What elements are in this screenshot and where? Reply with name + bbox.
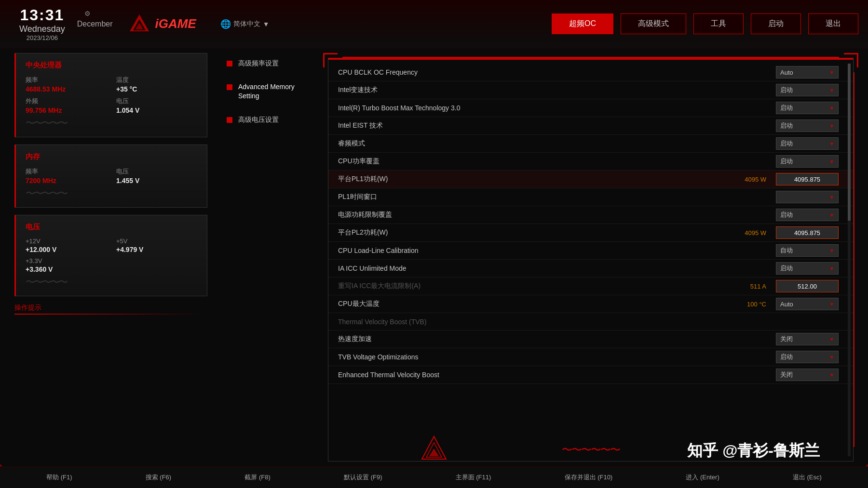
ops-section: 操作提示 xyxy=(14,303,207,315)
settings-row[interactable]: Intel(R) Turbo Boost Max Technology 3.0启… xyxy=(328,99,853,117)
sidebar-item-freq[interactable]: 高级频率设置 xyxy=(222,53,318,74)
ops-bar xyxy=(14,314,207,315)
row-control[interactable]: Auto▼ xyxy=(776,66,843,79)
settings-row[interactable]: Enhanced Thermal Velocity Boost关闭▼ xyxy=(328,366,853,384)
dropdown-control[interactable]: 启动▼ xyxy=(776,351,839,363)
clock-section: 13:31 Wednesday 2023/12/06 xyxy=(19,6,65,41)
row-control[interactable]: 启动▼ xyxy=(776,262,843,275)
row-control[interactable]: 启动▼ xyxy=(776,155,843,168)
settings-row[interactable]: IA ICC Unlimited Mode启动▼ xyxy=(328,260,853,277)
row-name: 平台PL2功耗(W) xyxy=(338,228,728,237)
row-control[interactable]: 512.00 xyxy=(776,280,843,292)
dropdown-control[interactable]: ▼ xyxy=(776,191,839,203)
settings-row[interactable]: CPU BCLK OC FrequencyAuto▼ xyxy=(328,64,853,81)
row-control[interactable]: 启动▼ xyxy=(776,84,843,96)
dropdown-control[interactable]: 启动▼ xyxy=(776,119,839,132)
settings-row[interactable]: 重写IA ICC最大电流限制(A)511 A512.00 xyxy=(328,277,853,295)
footer-enter[interactable]: 进入 (Enter) xyxy=(686,473,719,482)
settings-row[interactable]: 电源功耗限制覆盖启动▼ xyxy=(328,206,853,224)
nav-buttons: 超频OC 高级模式 工具 启动 退出 xyxy=(552,13,858,34)
row-control[interactable]: 启动▼ xyxy=(776,137,843,150)
dropdown-control[interactable]: 关闭▼ xyxy=(776,333,839,345)
sidebar-dot-memory xyxy=(227,84,232,90)
cpu-freq-group: 频率 4688.53 MHz xyxy=(26,76,107,93)
gear-icon: ⚙ xyxy=(84,10,91,17)
row-hint: 511 A xyxy=(728,283,766,290)
row-control[interactable]: 关闭▼ xyxy=(776,333,843,345)
dropdown-control[interactable]: Auto▼ xyxy=(776,66,839,79)
row-name: Intel EIST 技术 xyxy=(338,121,776,130)
footer-save-exit[interactable]: 保存并退出 (F10) xyxy=(565,473,613,482)
dropdown-control[interactable]: 启动▼ xyxy=(776,155,839,168)
nav-overclock-btn[interactable]: 超频OC xyxy=(552,13,613,34)
settings-row[interactable]: Intel EIST 技术启动▼ xyxy=(328,117,853,135)
dropdown-control[interactable]: 启动▼ xyxy=(776,262,839,275)
footer-screenshot[interactable]: 截屏 (F8) xyxy=(244,473,270,482)
settings-row[interactable]: Intel变速技术启动▼ xyxy=(328,81,853,99)
value-input[interactable]: 512.00 xyxy=(776,280,839,292)
dropdown-control[interactable]: Auto▼ xyxy=(776,298,839,310)
row-control[interactable]: ▼ xyxy=(776,191,843,203)
dropdown-control[interactable]: 启动▼ xyxy=(776,137,839,150)
settings-row[interactable]: 平台PL1功耗(W)4095 W4095.875 xyxy=(328,171,853,188)
row-name: Intel变速技术 xyxy=(338,86,776,94)
row-control[interactable]: 启动▼ xyxy=(776,209,843,221)
settings-row[interactable]: Thermal Velocity Boost (TVB) xyxy=(328,313,853,330)
row-control[interactable]: Auto▼ xyxy=(776,298,843,310)
settings-row[interactable]: CPU最大温度100 °CAuto▼ xyxy=(328,295,853,313)
settings-row[interactable]: 平台PL2功耗(W)4095 W4095.875 xyxy=(328,224,853,242)
dropdown-control[interactable]: 启动▼ xyxy=(776,209,839,221)
cpu-extfreq-value: 99.756 MHz xyxy=(26,106,107,114)
footer-search[interactable]: 搜索 (F6) xyxy=(146,473,171,482)
row-control[interactable]: 自动▼ xyxy=(776,244,843,257)
nav-start-btn[interactable]: 启动 xyxy=(751,13,801,34)
settings-row[interactable]: CPU功率覆盖启动▼ xyxy=(328,153,853,171)
dropdown-control[interactable]: 启动▼ xyxy=(776,102,839,114)
footer-main[interactable]: 主界面 (F11) xyxy=(456,473,491,482)
cpu-temp-label: 温度 xyxy=(116,76,197,84)
mem-freq-label: 频率 xyxy=(26,167,107,176)
settings-row[interactable]: PL1时间窗口▼ xyxy=(328,188,853,206)
footer-defaults[interactable]: 默认设置 (F9) xyxy=(344,473,382,482)
row-control[interactable]: 4095.875 xyxy=(776,173,843,185)
bottom-wave: 〜〜〜〜〜〜 xyxy=(562,443,620,457)
sidebar-item-voltage[interactable]: 高级电压设置 xyxy=(222,109,318,131)
dropdown-control[interactable]: 关闭▼ xyxy=(776,369,839,381)
row-control[interactable]: 启动▼ xyxy=(776,119,843,132)
scrollbar-track[interactable] xyxy=(848,64,851,456)
row-name: Intel(R) Turbo Boost Max Technology 3.0 xyxy=(338,104,776,112)
settings-table[interactable]: CPU BCLK OC FrequencyAuto▼Intel变速技术启动▼In… xyxy=(328,59,853,442)
row-control[interactable]: 关闭▼ xyxy=(776,369,843,381)
footer-help[interactable]: 帮助 (F1) xyxy=(46,473,72,482)
row-control[interactable]: 启动▼ xyxy=(776,351,843,363)
row-control[interactable]: 启动▼ xyxy=(776,102,843,114)
lang-selector[interactable]: 🌐 简体中文 ▼ xyxy=(220,19,270,29)
voltage-title: 电压 xyxy=(26,223,197,232)
value-input[interactable]: 4095.875 xyxy=(776,173,839,185)
nav-exit-btn[interactable]: 退出 xyxy=(808,13,858,34)
settings-row[interactable]: 睿频模式启动▼ xyxy=(328,135,853,153)
watermark: 知乎 @青衫-鲁斯兰 xyxy=(687,440,820,462)
row-hint: 4095 W xyxy=(728,229,766,237)
day-display: Wednesday xyxy=(19,24,65,34)
cpu-extfreq-group: 外频 99.756 MHz xyxy=(26,97,107,114)
row-name: TVB Voltage Optimizations xyxy=(338,353,776,361)
sidebar-item-memory[interactable]: Advanced Memory Setting xyxy=(222,77,318,107)
mem-freq-group: 频率 7200 MHz xyxy=(26,167,107,185)
footer-esc[interactable]: 退出 (Esc) xyxy=(793,473,822,482)
scrollbar-thumb[interactable] xyxy=(848,64,851,221)
value-input[interactable]: 4095.875 xyxy=(776,226,839,239)
settings-row[interactable]: CPU Load-Line Calibration自动▼ xyxy=(328,242,853,260)
cpu-temp-group: 温度 +35 °C xyxy=(116,76,197,93)
dropdown-control[interactable]: 启动▼ xyxy=(776,84,839,96)
dropdown-control[interactable]: 自动▼ xyxy=(776,244,839,257)
settings-row[interactable]: 热速度加速关闭▼ xyxy=(328,330,853,348)
row-control[interactable]: 4095.875 xyxy=(776,226,843,239)
v33-group: +3.3V +3.360 V xyxy=(26,257,107,273)
settings-row[interactable]: TVB Voltage Optimizations启动▼ xyxy=(328,348,853,366)
header: ⚙ 13:31 Wednesday 2023/12/06 December iG… xyxy=(0,0,868,48)
nav-tools-btn[interactable]: 工具 xyxy=(693,13,744,34)
nav-advanced-mode-btn[interactable]: 高级模式 xyxy=(621,13,686,34)
v12-label: +12V xyxy=(26,237,107,245)
row-hint: 4095 W xyxy=(728,176,766,183)
